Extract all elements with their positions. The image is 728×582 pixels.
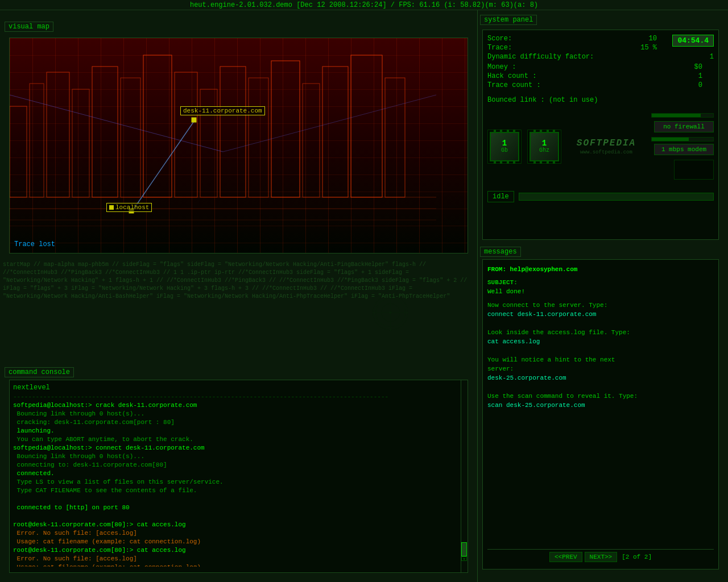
softpedia-url: www.softpedia.com [580,149,632,155]
softpedia-area: SOFTPEDIA www.softpedia.com [565,136,648,157]
svg-point-25 [382,304,400,322]
node-localhost: localhost [106,203,152,212]
msg-from: FROM: help@exosyphen.com [487,264,714,275]
svg-point-29 [373,295,408,330]
idle-bar: idle [487,189,714,205]
top-bar: heut.engine-2.01.032.demo [Dec 12 2008.1… [0,0,728,10]
money-value: $0 [694,63,702,71]
bounced-link-label: Bounced link : (not in use) [487,96,598,104]
difficulty-row: Dynamic difficulty factor: 1 [487,53,714,61]
idle-progress-bar [519,193,714,201]
visual-map: desk-11.corporate.com localhost Trace lo… [9,38,468,253]
chip-pins-bottom [494,161,515,164]
chip-pins-top [494,130,515,132]
system-panel-label: system panel [480,15,537,25]
top-bar-title: heut.engine-2.01.032.demo [Dec 12 2008.1… [190,1,538,9]
trace-lost: Trace lost [14,240,55,248]
msg-body: Now connect to the server. Type:connect … [487,301,714,547]
timer: 04:54.4 [672,35,714,47]
system-panel: 04:54.4 Score: 10 Trace: 15 % Dynamic di… [482,30,719,240]
bounced-link-row: Bounced link : (not in use) [487,96,714,104]
firewall-bar-fill [652,114,701,117]
cpu-chip: 1 Gb [487,130,522,164]
firewall-progress-bar [651,113,714,118]
cpu-unit: Gb [501,147,508,153]
trace-count-row: Trace count : 0 [487,81,714,89]
prev-button[interactable]: <<PREV [549,552,582,562]
ghz-chip-body: 1 Ghz [530,132,559,161]
messages-nav: <<PREV NEXT>> [2 of 2] [487,549,714,564]
world-map-svg [238,258,477,367]
page-indicator: [2 of 2] [622,554,652,560]
trace-count-label: Trace count : [487,81,541,89]
score-value: 10 [649,35,657,43]
visual-map-wrapper: visual map [5,10,473,258]
softpedia-logo: SOFTPEDIA [577,138,636,148]
console-content: nextlevel ------------------------------… [10,380,461,572]
cpu-chip-body: 1 Gb [490,132,519,161]
idle-label: idle [487,191,514,202]
city-grid [10,38,468,253]
system-panel-wrapper: system panel 04:54.4 Score: 10 Trace: 15… [480,15,723,242]
trace-label: Trace: [487,44,512,52]
score-label: Score: [487,35,512,43]
next-button[interactable]: NEXT>> [585,552,618,562]
command-console: nextlevel ------------------------------… [9,380,468,573]
hack-count-value: 1 [698,72,702,80]
main-layout: visual map [0,10,728,582]
console-title: nextlevel [13,384,457,392]
trace-count-value: 0 [698,81,702,89]
svg-point-28 [390,311,392,314]
modem-bar-fill [652,138,689,141]
hack-count-row: Hack count : 1 [487,72,714,80]
msg-subject-value: Well done! [487,287,714,296]
right-panel: system panel 04:54.4 Score: 10 Trace: 15… [478,10,728,582]
scrollbar-marker: ▼ [461,556,467,561]
difficulty-label: Dynamic difficulty factor: [487,53,594,61]
command-console-label: command console [5,367,74,377]
right-buttons: no firewall 1 mbps modem [651,113,714,180]
firewall-bar-area [651,113,714,119]
middle-area: startMap // map-alpha map-phb5m // sideF… [0,258,477,367]
console-scrollbar[interactable]: ▼ [461,380,468,572]
ghz-chip: 1 Ghz [527,130,561,164]
cpu-value: 1 [502,139,507,147]
difficulty-value: 1 [710,53,714,61]
ghz-pins-top [533,130,555,132]
money-row: Money : $0 [487,63,714,71]
ghz-unit: Ghz [539,147,549,153]
hack-count-label: Hack count : [487,72,536,80]
ghz-pins-bottom [533,161,555,164]
messages-panel: FROM: help@exosyphen.com SUBJECT: Well d… [482,259,719,569]
console-text[interactable]: ----------------------------------------… [13,393,457,567]
modem-button[interactable]: 1 mbps modem [654,144,714,155]
trace-value: 15 % [640,44,657,52]
left-panel: visual map [0,10,478,582]
bg-code: startMap // map-alpha map-phb5m // sideF… [0,258,477,367]
no-firewall-button[interactable]: no firewall [654,121,714,132]
modem-progress-bar [651,137,714,142]
messages-content: FROM: help@exosyphen.com SUBJECT: Well d… [483,260,718,569]
msg-subject-label: SUBJECT: [487,278,714,287]
empty-box [674,160,714,180]
ghz-value: 1 [542,139,547,147]
svg-point-24 [376,298,405,327]
messages-label: messages [480,247,521,257]
node-dot [109,205,114,210]
node-desk11: desk-11.corporate.com [180,106,265,115]
command-console-wrapper: command console nextlevel --------------… [5,367,473,577]
money-label: Money : [487,63,516,71]
system-panel-content: 04:54.4 Score: 10 Trace: 15 % Dynamic di… [483,30,718,239]
console-scrollbar-thumb[interactable] [461,542,467,556]
messages-wrapper: messages FROM: help@exosyphen.com SUBJEC… [480,247,723,577]
hardware-area: 1 Gb [487,113,714,180]
visual-map-label: visual map [5,22,53,32]
